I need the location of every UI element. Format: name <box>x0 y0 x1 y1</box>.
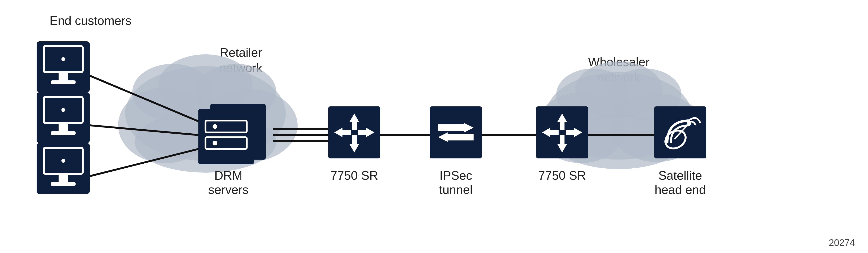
network-diagram: End customers Retailer network Wholesale… <box>0 0 868 253</box>
svg-rect-37 <box>352 122 356 130</box>
7750-sr-right-label: 7750 SR <box>538 169 586 182</box>
svg-rect-28 <box>51 182 75 186</box>
satellite-head-end-label-2: head end <box>655 183 706 196</box>
svg-point-26 <box>61 159 65 163</box>
svg-rect-51 <box>560 122 564 130</box>
drm-servers-label-1: DRM <box>214 169 242 182</box>
computer-icon-1 <box>37 41 90 92</box>
svg-rect-23 <box>51 131 75 135</box>
ipsec-tunnel-label-1: IPSec <box>439 169 472 182</box>
computer-icon-3 <box>37 143 90 194</box>
svg-point-16 <box>61 57 65 61</box>
svg-rect-53 <box>560 135 564 144</box>
drm-servers-label-2: servers <box>208 183 248 196</box>
retailer-network-label-1: Retailer <box>220 46 262 59</box>
ipsec-tunnel <box>430 106 482 159</box>
svg-point-32 <box>213 124 217 129</box>
svg-rect-41 <box>342 130 351 135</box>
satellite-head-end <box>654 106 706 159</box>
7750-sr-left-label: 7750 SR <box>331 169 378 182</box>
svg-rect-44 <box>430 106 482 159</box>
svg-point-34 <box>213 141 217 145</box>
svg-rect-17 <box>59 72 68 80</box>
svg-rect-39 <box>352 135 356 144</box>
svg-point-61 <box>687 121 691 125</box>
svg-rect-46 <box>438 124 464 131</box>
svg-point-21 <box>61 108 65 112</box>
diagram-number: 20274 <box>829 237 855 248</box>
svg-rect-43 <box>358 130 366 135</box>
svg-rect-27 <box>59 174 68 182</box>
svg-rect-48 <box>447 134 473 140</box>
7750-sr-left <box>328 106 380 159</box>
svg-rect-18 <box>51 80 75 84</box>
svg-rect-57 <box>566 130 574 135</box>
satellite-head-end-label-1: Satellite <box>658 169 702 182</box>
ipsec-tunnel-label-2: tunnel <box>439 183 473 196</box>
svg-rect-55 <box>550 130 559 135</box>
svg-rect-22 <box>59 123 68 131</box>
drm-servers-front <box>198 109 254 164</box>
7750-sr-right <box>536 106 588 159</box>
computer-icon-2 <box>37 92 90 143</box>
end-customers-label: End customers <box>50 14 131 27</box>
